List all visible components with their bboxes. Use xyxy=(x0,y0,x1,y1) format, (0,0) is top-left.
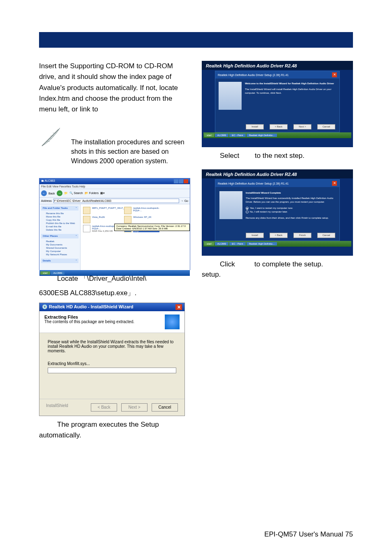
back-label: Back xyxy=(48,192,55,195)
start-button[interactable]: start xyxy=(204,242,214,245)
file-item[interactable]: realtek-linux-audiopack-P(5)4-... xyxy=(124,207,159,214)
next-button[interactable]: Next > xyxy=(293,124,311,130)
left-column: Insert the Supporting CD-ROM to CD-ROM d… xyxy=(39,61,190,441)
audio-driver-title: Realtek High Definition Audio Driver R2.… xyxy=(203,171,351,179)
sidebar-item[interactable]: My Documents xyxy=(41,243,78,246)
file-item[interactable]: realtek-linux-audiopack-P(5)4-...RAR Fil… xyxy=(83,225,118,232)
cancel-button[interactable]: Cancel xyxy=(317,124,335,130)
step2-caption-b: 6300ESB ALC883\setup.exe」. xyxy=(39,288,190,298)
start-button[interactable]: start xyxy=(204,134,214,137)
installshield-wizard: 💿 Realtek HD Audio - InstallShield Wizar… xyxy=(39,303,185,416)
sidebar-item[interactable]: My Network Places xyxy=(41,253,78,256)
cancel-button[interactable]: Cancel xyxy=(152,403,178,412)
step5-caption-b: setup. xyxy=(202,269,353,280)
sidebar-item[interactable]: Rename this file xyxy=(41,212,78,215)
close-icon[interactable]: ✕ xyxy=(175,304,182,310)
audio-inner-titlebar: Realtek High Definition Audio Driver Set… xyxy=(215,180,339,187)
file-item[interactable]: Windows XP_2K xyxy=(124,216,159,223)
go-button[interactable]: → Go xyxy=(181,199,188,202)
pc-graphic-icon xyxy=(219,191,242,219)
wizard-titlebar: 💿 Realtek HD Audio - InstallShield Wizar… xyxy=(39,303,184,311)
extracting-label: Extracting Monfilt.sys... xyxy=(48,361,176,366)
installshield-label: InstallShield xyxy=(46,403,68,412)
taskbar: start ALC883 EC - Paint Realtek High Def… xyxy=(203,241,351,247)
panel-other-places[interactable]: Other Places xyxy=(41,234,78,238)
audio-install-screenshot-1: Realtek High Definition Audio Driver R2.… xyxy=(202,61,353,147)
wizard-logo-icon xyxy=(165,314,180,329)
start-button[interactable]: start xyxy=(40,271,50,275)
close-icon[interactable]: ✕ xyxy=(332,181,337,186)
taskbar-item[interactable]: ALC883 xyxy=(215,134,229,137)
header-bar xyxy=(39,32,353,48)
wizard-header-text: Extracting Files The contents of this pa… xyxy=(44,314,134,324)
pc-graphic-icon xyxy=(219,82,242,110)
taskbar-item[interactable]: Realtek High Definitio... xyxy=(247,242,277,245)
explorer-addressbar: Address → Go xyxy=(39,198,190,204)
taskbar-item[interactable]: ALC883 xyxy=(51,271,65,275)
sidebar-item[interactable]: Realtek xyxy=(41,240,78,243)
finish-button[interactable]: Finish xyxy=(293,233,311,238)
wizard-message: Please wait while the InstallShield Wiza… xyxy=(48,340,176,353)
back-button: < Back xyxy=(91,403,117,412)
welcome-text: Welcome to the InstallShield Wizard for … xyxy=(245,82,336,110)
views-icon[interactable]: ▦▾ xyxy=(100,192,105,195)
wizard-title: 💿 Realtek HD Audio - InstallShield Wizar… xyxy=(42,304,134,310)
close-icon[interactable]: ✕ xyxy=(332,72,337,77)
right-column: Realtek High Definition Audio Driver R2.… xyxy=(202,61,353,441)
sidebar-item[interactable]: Publish this file to the Web xyxy=(41,222,78,225)
taskbar: start ALC883 xyxy=(39,270,190,276)
taskbar-item[interactable]: EC - Paint xyxy=(229,242,245,245)
step3-caption: The program executes the Setup automatic… xyxy=(39,419,190,441)
complete-body: InstallShield Wizard Complete The Instal… xyxy=(215,187,339,224)
install-button: Install xyxy=(246,124,264,130)
audio-driver-title: Realtek High Definition Audio Driver R2.… xyxy=(203,62,351,71)
sidebar-item[interactable]: Shared Documents xyxy=(41,246,78,250)
file-item[interactable]: Vista_Ro26 xyxy=(83,216,118,223)
audio-inner-titlebar: Realtek High Definition Audio Driver Set… xyxy=(215,71,339,79)
window-buttons xyxy=(174,179,188,183)
taskbar-item[interactable]: EC - Paint xyxy=(229,134,245,137)
explorer-menubar: File Edit View Favorites Tools Help xyxy=(39,184,190,189)
step5-caption: Click to complete the setup. xyxy=(202,259,353,270)
radio-restart-now[interactable] xyxy=(246,207,249,210)
folders-label[interactable]: 📂 Folders xyxy=(85,192,99,195)
search-label[interactable]: 🔍 Search xyxy=(69,192,83,195)
explorer-titlebar: 🖿 ALC883 xyxy=(39,178,190,184)
wizard-body: Please wait while the InstallShield Wiza… xyxy=(39,333,184,399)
back-button[interactable]: ← xyxy=(41,190,47,196)
sidebar-item[interactable]: Copy this file xyxy=(41,218,78,222)
address-label: Address xyxy=(41,199,52,202)
welcome-body: Welcome to the InstallShield Wizard for … xyxy=(215,79,339,113)
complete-text: InstallShield Wizard Complete The Instal… xyxy=(246,191,335,220)
audio-install-screenshot-2: Realtek High Definition Audio Driver R2.… xyxy=(202,169,353,256)
file-item[interactable]: 98P1_P2EP7_P1EP7_Win7_Vis... xyxy=(83,207,118,214)
sidebar-item[interactable]: E-mail this file xyxy=(41,225,78,228)
audio-inner-dialog: Realtek High Definition Audio Driver Set… xyxy=(215,179,340,241)
address-input[interactable] xyxy=(53,199,179,203)
sidebar-item[interactable]: My Computer xyxy=(41,250,78,253)
panel-details[interactable]: Details xyxy=(41,259,78,263)
explorer-title: 🖿 ALC883 xyxy=(41,179,55,183)
forward-button[interactable]: → xyxy=(57,190,62,196)
taskbar-item[interactable]: Realtek High Definitio... xyxy=(247,134,277,137)
file-tooltip: Company: Realtek Semiconductor Corp. Fil… xyxy=(114,224,190,231)
radio-restart-later[interactable] xyxy=(246,210,249,213)
up-icon[interactable]: 📁 xyxy=(64,192,68,195)
cancel-button: Cancel xyxy=(317,233,335,238)
feather-icon xyxy=(39,126,62,149)
sidebar-item[interactable]: Move this file xyxy=(41,215,78,218)
wizard-footer: InstallShield < Back Next > Cancel xyxy=(39,399,184,416)
taskbar: start ALC883 EC - Paint Realtek High Def… xyxy=(203,132,351,138)
intro-text: Insert the Supporting CD-ROM to CD-ROM d… xyxy=(39,61,190,115)
content-grid: Insert the Supporting CD-ROM to CD-ROM d… xyxy=(0,48,392,441)
button-row: Install < Back Next > Cancel xyxy=(246,124,335,130)
feather-row: The installation procedures and screen s… xyxy=(39,126,190,166)
audio-inner-dialog: Realtek High Definition Audio Driver Set… xyxy=(215,71,340,132)
step4-caption: Select to the next step. xyxy=(202,150,353,161)
sidebar-item[interactable]: Delete this file xyxy=(41,228,78,231)
wizard-header: Extracting Files The contents of this pa… xyxy=(39,311,184,333)
install-button: Install xyxy=(246,233,264,238)
panel-file-tasks[interactable]: File and Folder Tasks xyxy=(41,206,78,210)
progress-bar xyxy=(48,368,176,373)
taskbar-item[interactable]: ALC883 xyxy=(215,242,229,245)
